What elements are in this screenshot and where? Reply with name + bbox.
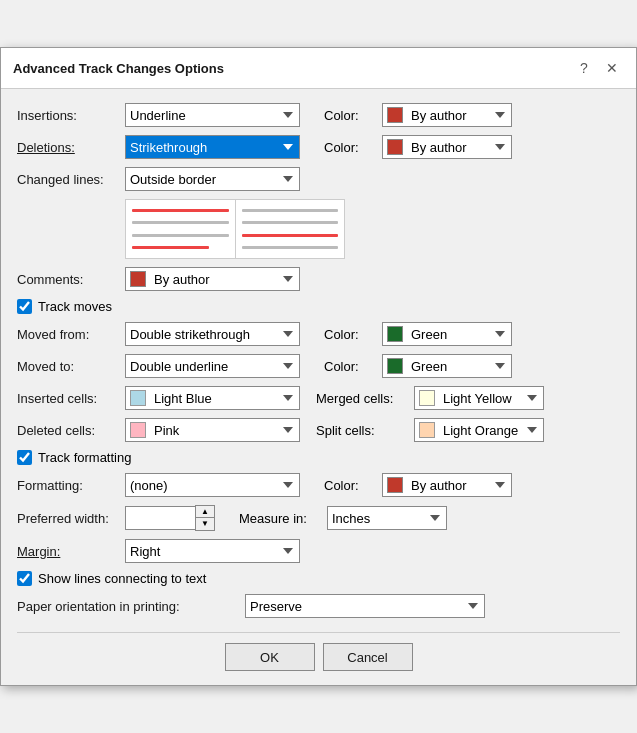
ok-button[interactable]: OK [225,643,315,671]
preview-right [236,200,345,258]
comments-color-swatch [130,271,146,287]
comments-color-value: By author [154,272,210,287]
inserted-merged-cells-row: Inserted cells: Light Blue Merged cells:… [17,386,620,410]
formatting-row: Formatting: (none) Color: By author [17,473,620,497]
track-formatting-checkbox[interactable] [17,450,32,465]
moved-to-color-select[interactable]: Green [382,354,512,378]
preview-line-5 [242,209,339,212]
spinner-down-button[interactable]: ▼ [196,518,214,530]
comments-color-select[interactable]: By author [125,267,300,291]
deleted-cells-swatch [130,422,146,438]
moved-to-row: Moved to: Double underline Color: Green [17,354,620,378]
moved-from-select[interactable]: Double strikethrough [125,322,300,346]
moved-to-color-swatch [387,358,403,374]
moved-from-row: Moved from: Double strikethrough Color: … [17,322,620,346]
spinner-buttons: ▲ ▼ [195,505,215,531]
track-moves-checkbox[interactable] [17,299,32,314]
preferred-width-row: Preferred width: 3.7" ▲ ▼ Measure in: In… [17,505,620,531]
formatting-label: Formatting: [17,478,117,493]
deletions-color-value: By author [411,140,467,155]
formatting-color-label: Color: [324,478,374,493]
dialog-body: Insertions: Underline Color: By author D… [1,89,636,685]
formatting-select[interactable]: (none) [125,473,300,497]
merged-cells-value: Light Yellow [443,391,512,406]
moved-to-select[interactable]: Double underline [125,354,300,378]
moved-from-color-swatch [387,326,403,342]
deletions-color-swatch [387,139,403,155]
changed-lines-select[interactable]: Outside border [125,167,300,191]
split-cells-value: Light Orange [443,423,518,438]
show-lines-row: Show lines connecting to text [17,571,620,586]
preview-line-7 [242,234,339,237]
split-cells-label: Split cells: [316,423,406,438]
formatting-color-value: By author [411,478,467,493]
moved-from-label: Moved from: [17,327,117,342]
close-button[interactable]: ✕ [600,56,624,80]
moved-to-color-value: Green [411,359,447,374]
deletions-color-label: Color: [324,140,374,155]
paper-orientation-label: Paper orientation in printing: [17,599,237,614]
insertions-row: Insertions: Underline Color: By author [17,103,620,127]
track-moves-label[interactable]: Track moves [38,299,112,314]
moved-to-color-label: Color: [324,359,374,374]
preferred-width-label: Preferred width: [17,511,117,526]
formatting-color-select[interactable]: By author [382,473,512,497]
changed-lines-row: Changed lines: Outside border [17,167,620,191]
margin-label: Margin: [17,544,117,559]
preview-line-8 [242,246,339,249]
spinner-up-button[interactable]: ▲ [196,506,214,518]
preview-left [126,200,236,258]
deleted-cells-label: Deleted cells: [17,423,117,438]
preview-line-6 [242,221,339,224]
cancel-button[interactable]: Cancel [323,643,413,671]
margin-select[interactable]: Right [125,539,300,563]
measure-in-select[interactable]: Inches [327,506,447,530]
deleted-cells-value: Pink [154,423,179,438]
preferred-width-spinner: 3.7" ▲ ▼ [125,505,215,531]
deleted-split-cells-row: Deleted cells: Pink Split cells: Light O… [17,418,620,442]
preview-line-1 [132,209,229,212]
deletions-row: Deletions: Strikethrough Color: By autho… [17,135,620,159]
insertions-color-label: Color: [324,108,374,123]
dialog-title: Advanced Track Changes Options [13,61,224,76]
comments-label: Comments: [17,272,117,287]
insertions-label: Insertions: [17,108,117,123]
split-cells-swatch [419,422,435,438]
inserted-cells-select[interactable]: Light Blue [125,386,300,410]
deletions-select[interactable]: Strikethrough [125,135,300,159]
track-formatting-label[interactable]: Track formatting [38,450,131,465]
help-button[interactable]: ? [572,56,596,80]
inserted-cells-value: Light Blue [154,391,212,406]
bottom-buttons: OK Cancel [17,632,620,671]
title-buttons: ? ✕ [572,56,624,80]
preferred-width-input[interactable]: 3.7" [125,506,195,530]
moved-from-color-select[interactable]: Green [382,322,512,346]
moved-from-color-value: Green [411,327,447,342]
merged-cells-select[interactable]: Light Yellow [414,386,544,410]
preview-line-2 [132,221,229,224]
insertions-color-value: By author [411,108,467,123]
moved-to-label: Moved to: [17,359,117,374]
track-formatting-row: Track formatting [17,450,620,465]
paper-orientation-select[interactable]: Preserve [245,594,485,618]
formatting-color-swatch [387,477,403,493]
split-cells-select[interactable]: Light Orange [414,418,544,442]
track-moves-row: Track moves [17,299,620,314]
title-bar: Advanced Track Changes Options ? ✕ [1,48,636,89]
deletions-label: Deletions: [17,140,117,155]
show-lines-label[interactable]: Show lines connecting to text [38,571,206,586]
moved-from-color-label: Color: [324,327,374,342]
measure-in-label: Measure in: [239,511,319,526]
preview-line-4 [132,246,209,249]
show-lines-checkbox[interactable] [17,571,32,586]
inserted-cells-swatch [130,390,146,406]
margin-row: Margin: Right [17,539,620,563]
insertions-color-select[interactable]: By author [382,103,512,127]
preview-box [125,199,345,259]
merged-cells-label: Merged cells: [316,391,406,406]
insertions-color-swatch [387,107,403,123]
deletions-color-select[interactable]: By author [382,135,512,159]
paper-orientation-row: Paper orientation in printing: Preserve [17,594,620,618]
deleted-cells-select[interactable]: Pink [125,418,300,442]
insertions-select[interactable]: Underline [125,103,300,127]
